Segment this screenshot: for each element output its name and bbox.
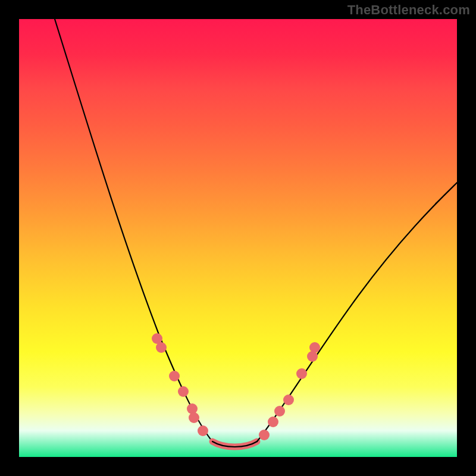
marker-dot [169,371,180,381]
marker-dot [309,342,320,353]
marker-dot [156,342,167,353]
marker-dot [283,394,294,405]
curve-left-arm [55,19,212,441]
marker-dot [187,403,198,414]
chart-overlay [19,19,457,457]
chart-stage: TheBottleneck.com [0,0,476,476]
marker-dot [259,430,270,440]
marker-dot [268,416,278,427]
marker-dot [198,425,208,436]
marker-dot [189,412,199,423]
marker-dot [296,368,307,379]
marker-dot [274,406,285,416]
curve-right-tail [436,183,457,203]
marker-dot [178,386,189,397]
watermark-text: TheBottleneck.com [347,2,470,18]
